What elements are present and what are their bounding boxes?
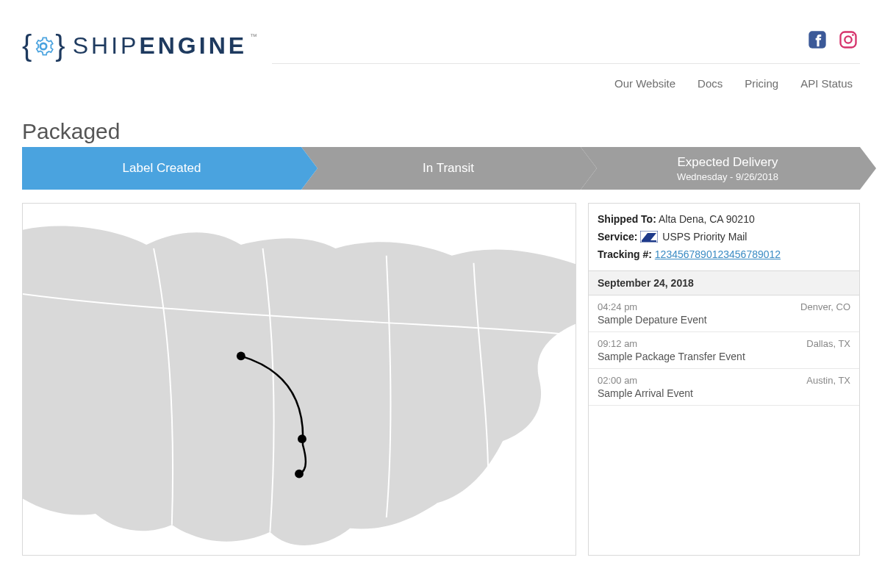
route-map (22, 203, 576, 556)
route-point-mid (298, 434, 306, 443)
tracking-event: 09:12 am Dallas, TX Sample Package Trans… (589, 332, 859, 369)
gear-icon (33, 36, 54, 57)
event-time: 04:24 pm (598, 301, 637, 312)
event-location: Dallas, TX (806, 338, 850, 349)
step-in-transit: In Transit (301, 147, 581, 190)
event-time: 09:12 am (598, 338, 637, 349)
svg-point-4 (852, 34, 854, 36)
event-location: Denver, CO (800, 301, 850, 312)
page-container: { } SHIPENGINE™ (0, 0, 882, 556)
event-description: Sample Depature Event (598, 314, 850, 326)
tracking-event: 04:24 pm Denver, CO Sample Depature Even… (589, 295, 859, 332)
facebook-icon[interactable] (807, 29, 828, 50)
nav-separator (272, 63, 860, 64)
tracking-details: Shipped To: Alta Dena, CA 90210 Service:… (588, 203, 860, 556)
logo-brackets: { } (22, 29, 65, 62)
usps-icon (640, 231, 658, 243)
step-sublabel: Wednesday - 9/26/2018 (677, 171, 778, 182)
step-label: In Transit (423, 161, 474, 175)
progress-tracker: Label Created In Transit Expected Delive… (22, 147, 860, 190)
top-nav: Our Website Docs Pricing API Status (614, 77, 860, 96)
tracking-number-link[interactable]: 1234567890123456789012 (655, 248, 781, 260)
event-description: Sample Arrival Event (598, 387, 850, 399)
page-title: Packaged (22, 119, 860, 144)
events-date-header: September 24, 2018 (589, 271, 859, 295)
brand-logo[interactable]: { } SHIPENGINE™ (22, 29, 257, 62)
instagram-icon[interactable] (838, 29, 858, 50)
nav-link-docs[interactable]: Docs (698, 77, 723, 90)
nav-link-pricing[interactable]: Pricing (745, 77, 778, 90)
details-header: Shipped To: Alta Dena, CA 90210 Service:… (589, 204, 859, 271)
event-time: 02:00 am (598, 375, 637, 386)
route-point-dest (295, 470, 304, 478)
tracking-label: Tracking #: (598, 248, 652, 260)
usa-map-svg (23, 204, 576, 555)
step-label: Expected Delivery (677, 155, 778, 169)
svg-point-0 (41, 43, 46, 49)
header-right: Our Website Docs Pricing API Status (272, 29, 860, 96)
shipped-to-value: Alta Dena, CA 90210 (659, 213, 755, 225)
nav-link-apistatus[interactable]: API Status (800, 77, 853, 90)
service-value: USPS Priority Mail (662, 231, 747, 243)
tracking-event: 02:00 am Austin, TX Sample Arrival Event (589, 369, 859, 406)
svg-point-3 (845, 36, 851, 43)
event-description: Sample Package Transfer Event (598, 351, 850, 362)
step-expected-delivery: Expected Delivery Wednesday - 9/26/2018 (581, 147, 860, 190)
service-label: Service: (598, 231, 637, 243)
brand-name: SHIPENGINE™ (73, 32, 257, 60)
header: { } SHIPENGINE™ (22, 29, 860, 96)
main-content: Shipped To: Alta Dena, CA 90210 Service:… (22, 203, 860, 556)
shipped-to-label: Shipped To: (598, 213, 656, 225)
step-label: Label Created (123, 161, 201, 175)
social-links (807, 29, 860, 50)
nav-link-website[interactable]: Our Website (614, 77, 675, 90)
route-point-origin (237, 351, 245, 360)
step-label-created: Label Created (22, 147, 301, 190)
event-location: Austin, TX (806, 375, 850, 386)
